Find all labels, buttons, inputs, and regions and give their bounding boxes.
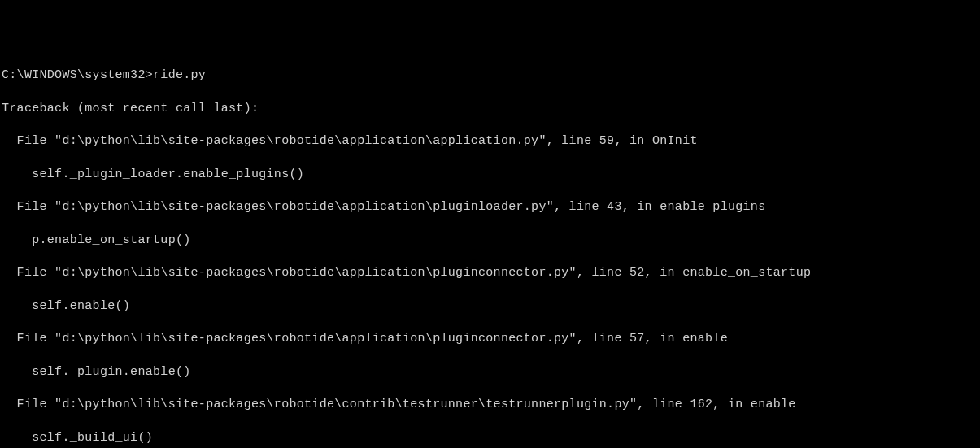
traceback-code-line: self._plugin.enable() xyxy=(2,364,978,381)
prompt-line: C:\WINDOWS\system32>ride.py xyxy=(2,67,978,84)
traceback-code-line: self._plugin_loader.enable_plugins() xyxy=(2,167,978,183)
traceback-code-line: self.enable() xyxy=(2,298,978,315)
traceback-file-line: File "d:\python\lib\site-packages\roboti… xyxy=(2,331,978,347)
traceback-file-line: File "d:\python\lib\site-packages\roboti… xyxy=(2,133,978,150)
traceback-file-line: File "d:\python\lib\site-packages\roboti… xyxy=(2,397,978,413)
traceback-file-line: File "d:\python\lib\site-packages\roboti… xyxy=(2,265,978,281)
traceback-code-line: p.enable_on_startup() xyxy=(2,233,978,249)
traceback-code-line: self._build_ui() xyxy=(2,430,978,446)
traceback-header: Traceback (most recent call last): xyxy=(2,101,978,117)
traceback-file-line: File "d:\python\lib\site-packages\roboti… xyxy=(2,199,978,215)
